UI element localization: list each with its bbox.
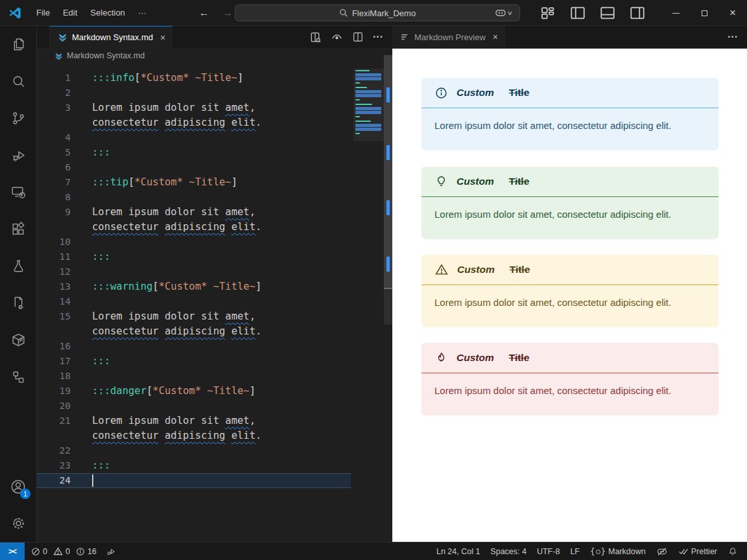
tab-close-icon[interactable]: × (160, 32, 165, 43)
code-editor[interactable]: 1:::info[*Custom* ~Title~]23Lorem ipsum … (37, 63, 392, 542)
hierarchy-icon (10, 369, 27, 385)
current-line-highlight (37, 473, 351, 488)
menu-file[interactable]: File (30, 5, 56, 21)
scrollbar-divider (384, 288, 392, 289)
formatter-status[interactable]: Prettier (674, 544, 721, 559)
sidebar-item-runner[interactable] (0, 285, 36, 321)
remote-indicator[interactable]: >< (0, 542, 25, 560)
debug-status[interactable] (102, 544, 120, 559)
sidebar-item-testing[interactable] (0, 248, 36, 285)
editor-scrollbar[interactable] (384, 55, 392, 350)
line-number: 3 (37, 100, 71, 115)
eol-sequence[interactable]: LF (566, 544, 584, 559)
indentation[interactable]: Spaces: 4 (486, 544, 530, 559)
admonition-body: Lorem ipsum dolor sit amet, consectetur … (421, 285, 718, 320)
menu-edit[interactable]: Edit (56, 5, 84, 21)
code-line: 22 (37, 443, 392, 458)
problems-indicator[interactable]: 0 0 16 (27, 544, 101, 559)
encoding[interactable]: UTF-8 (533, 544, 563, 559)
admonition-title-strikethrough: Title (509, 176, 530, 187)
code-line: 1:::info[*Custom* ~Title~] (37, 71, 392, 86)
toggle-preview-lock-icon[interactable] (331, 31, 343, 43)
sidebar-item-hierarchy[interactable] (0, 358, 36, 395)
admonition-tip: CustomTitleLorem ipsum dolor sit amet, c… (421, 167, 718, 239)
line-number: 4 (37, 130, 71, 145)
package-icon (10, 332, 27, 348)
menu-overflow[interactable]: ··· (132, 5, 153, 21)
notifications[interactable] (724, 544, 742, 559)
line-number: 7 (37, 175, 71, 190)
code-line: 19:::danger[*Custom* ~Title~] (37, 384, 392, 399)
cursor-position[interactable]: Ln 24, Col 1 (433, 544, 484, 559)
status-bar: >< 0 0 16 (0, 542, 747, 560)
markdown-preview-pane[interactable]: CustomTitleLorem ipsum dolor sit amet, c… (392, 49, 747, 542)
more-actions-icon[interactable]: ··· (373, 31, 383, 43)
search-value: FlexiMark_Demo (352, 8, 416, 18)
tab-close-icon[interactable]: × (493, 32, 498, 42)
admonition-body: Lorem ipsum dolor sit amet, consectetur … (421, 197, 718, 232)
line-number: 1 (37, 71, 71, 86)
code-line: 10 (37, 235, 392, 250)
line-number: 15 (37, 309, 71, 324)
search-icon (10, 73, 27, 89)
sidebar-item-extensions[interactable] (0, 211, 36, 248)
sidebar-item-account[interactable]: 1 (0, 468, 36, 505)
copilot-menu[interactable]: ∨ (494, 6, 512, 19)
code-line: 9Lorem ipsum dolor sit amet, (37, 205, 392, 220)
sidebar-item-explorer[interactable] (0, 26, 36, 63)
sidebar-item-remote-explorer[interactable] (0, 174, 36, 211)
search-icon (339, 8, 348, 18)
split-editor-icon[interactable] (352, 31, 364, 43)
tab-markdown-syntax[interactable]: Markdown Syntax.md × (49, 26, 172, 48)
breadcrumb-file: Markdown Syntax.md (67, 51, 145, 60)
sidebar-item-source-control[interactable] (0, 100, 36, 137)
admonition-body: Lorem ipsum dolor sit amet, consectetur … (421, 373, 718, 408)
copilot-icon (494, 6, 507, 19)
line-number: 8 (37, 190, 71, 205)
breadcrumb[interactable]: Markdown Syntax.md (37, 49, 392, 63)
toggle-secondary-sidebar-icon[interactable] (628, 5, 647, 21)
open-preview-side-icon[interactable] (309, 31, 322, 43)
lightbulb-icon (434, 175, 448, 189)
toggle-sidebar-icon[interactable] (568, 5, 587, 21)
warning-count: 0 (65, 547, 70, 556)
info-count-icon (76, 547, 85, 556)
line-number: 12 (37, 264, 71, 279)
minimize-icon (672, 13, 680, 14)
code-line: 3Lorem ipsum dolor sit amet, (37, 100, 392, 115)
command-center-search[interactable]: FlexiMark_Demo (235, 5, 520, 21)
overview-info-mark (386, 200, 390, 215)
maximize-button[interactable] (690, 0, 718, 26)
nav-forward-icon[interactable]: → (219, 7, 236, 19)
line-number: 6 (37, 160, 71, 175)
code-line: 11::: (37, 250, 392, 264)
info-count: 16 (88, 547, 97, 556)
menu-selection[interactable]: Selection (84, 5, 131, 21)
admonition-header: CustomTitle (421, 78, 718, 108)
line-number: 16 (37, 339, 71, 354)
sidebar-item-containers[interactable] (0, 321, 36, 358)
tab-markdown-preview[interactable]: Markdown Preview × (392, 26, 505, 48)
line-number: 24 (37, 473, 71, 488)
admonition-danger: CustomTitleLorem ipsum dolor sit amet, c… (421, 343, 718, 415)
chevron-down-icon: ∨ (507, 10, 513, 16)
minimize-button[interactable] (661, 0, 690, 26)
copilot-status[interactable] (652, 544, 672, 559)
code-line: consectetur adipiscing elit. (37, 324, 392, 339)
toggle-panel-icon[interactable] (598, 5, 617, 21)
bell-icon (728, 546, 738, 557)
close-window-button[interactable]: × (718, 0, 747, 26)
sidebar-item-settings[interactable] (0, 505, 36, 542)
line-number: 23 (37, 458, 71, 473)
nav-back-icon[interactable]: ← (196, 7, 213, 19)
line-number: 19 (37, 384, 71, 399)
info-icon (434, 86, 448, 100)
more-actions-icon[interactable]: ··· (728, 31, 738, 43)
sidebar-item-search[interactable] (0, 63, 36, 100)
sidebar-item-run-debug[interactable] (0, 137, 36, 174)
code-line: consectetur adipiscing elit. (37, 428, 392, 443)
language-mode[interactable]: {} Markdown (586, 544, 650, 559)
customize-layout-icon[interactable] (538, 5, 558, 21)
minimap[interactable] (353, 69, 384, 141)
scrollbar-track (384, 289, 392, 325)
